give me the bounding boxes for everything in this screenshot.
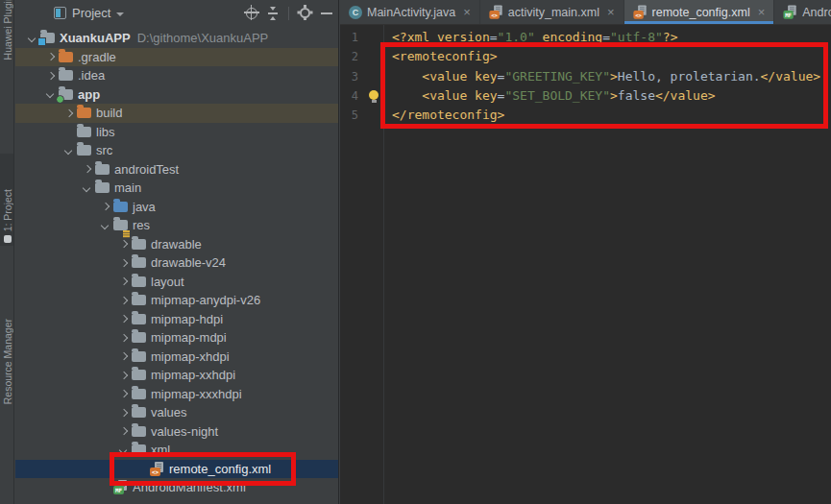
- tree-row-mipmap-xxhdpi[interactable]: mipmap-xxhdpi: [15, 366, 338, 385]
- tree-row-values-night[interactable]: values-night: [15, 422, 338, 442]
- folder-icon: [95, 182, 110, 193]
- tree-row-layout[interactable]: layout: [15, 273, 338, 292]
- chevron-down-icon[interactable]: [98, 218, 113, 233]
- chevron-right-icon[interactable]: [116, 311, 132, 326]
- line-number: 4: [340, 86, 383, 106]
- collapse-all-icon[interactable]: [266, 7, 280, 20]
- tree-row-mipmap-xxxhdpi[interactable]: mipmap-xxxhdpi: [15, 385, 338, 404]
- chevron-right-icon[interactable]: [116, 386, 132, 401]
- close-icon[interactable]: ×: [607, 6, 615, 18]
- code-token: "SET_BOLD_KEY": [504, 88, 610, 103]
- tree-item-label: res: [133, 218, 150, 232]
- tree-row-main[interactable]: main: [15, 179, 338, 198]
- tree-item-label: XuankuAPP: [60, 31, 131, 45]
- tree-item-label: build: [96, 106, 122, 120]
- chevron-right-icon[interactable]: [116, 274, 132, 289]
- folder-icon: [77, 127, 91, 137]
- gear-icon[interactable]: [300, 8, 310, 18]
- chevron-right-icon[interactable]: [43, 68, 59, 84]
- hide-icon[interactable]: [321, 12, 332, 14]
- tree-row-idea[interactable]: .idea: [15, 66, 338, 85]
- chevron-right-icon[interactable]: [116, 236, 132, 252]
- tree-row-mipmap-xhdpi[interactable]: mipmap-xhdpi: [15, 348, 338, 367]
- res-folder-icon: [113, 220, 128, 230]
- tree-item-label: libs: [96, 125, 115, 139]
- tab-remote-config-xml[interactable]: <>remote_config.xml×: [624, 0, 775, 24]
- code-token: "utf-8": [610, 30, 663, 44]
- tree-row-build[interactable]: build: [15, 104, 338, 123]
- folder-icon: [132, 351, 146, 362]
- chevron-right-icon[interactable]: [116, 348, 132, 364]
- locate-icon[interactable]: [246, 8, 257, 19]
- chevron-right-icon[interactable]: [116, 255, 132, 271]
- chevron-right-icon[interactable]: [116, 423, 132, 439]
- code-token: <value: [422, 69, 475, 84]
- file-badge: <>: [489, 11, 499, 19]
- close-icon[interactable]: ×: [758, 6, 766, 18]
- close-icon[interactable]: ×: [463, 6, 471, 18]
- tree-row-mipmap-hdpi[interactable]: mipmap-hdpi: [15, 310, 338, 329]
- project-panel-toolbar: [246, 7, 332, 20]
- chevron-right-icon[interactable]: [80, 161, 95, 177]
- manifest-file-icon: MF: [113, 480, 128, 494]
- tree-row-androidtest[interactable]: androidTest: [15, 160, 338, 180]
- chevron-right-icon[interactable]: [61, 106, 77, 121]
- chevron-down-icon[interactable]: [80, 180, 95, 196]
- tree-item-label: mipmap-hdpi: [151, 312, 223, 326]
- tool-window-button-resource-manager[interactable]: Resource Manager: [0, 272, 14, 404]
- tree-row-drawable[interactable]: drawable: [15, 235, 338, 254]
- tree-row-xuankuapp[interactable]: XuankuAPPD:\githome\XuankuAPP: [15, 29, 338, 48]
- tree-row-drawable-v24[interactable]: drawable-v24: [15, 253, 338, 273]
- code-token: </value>: [761, 69, 821, 84]
- chevron-right-icon[interactable]: [116, 368, 132, 383]
- chevron-down-icon[interactable]: [61, 143, 77, 158]
- line-number: 3: [340, 67, 383, 86]
- code-token: version: [437, 30, 490, 44]
- tab-android[interactable]: MFAndroid: [774, 0, 831, 24]
- chevron-down-icon[interactable]: [116, 12, 124, 16]
- code-token: <?xml: [392, 30, 437, 44]
- tab-label: remote_config.xml: [652, 6, 750, 19]
- intention-bulb-icon[interactable]: [369, 90, 379, 100]
- tree-item-label: mipmap-xxxhdpi: [151, 387, 242, 401]
- chevron-right-icon[interactable]: [116, 293, 132, 308]
- tree-row-androidmanifest-xml[interactable]: MFAndroidManifest.xml: [15, 478, 338, 497]
- code-line: <value key="GREETING_KEY">Hello, proleta…: [392, 67, 820, 86]
- tree-row-remote-config-xml[interactable]: <>remote_config.xml: [15, 460, 338, 479]
- chevron-down-icon[interactable]: [116, 443, 132, 458]
- code-token: "GREETING_KEY": [504, 69, 610, 84]
- chevron-right-icon[interactable]: [116, 405, 132, 420]
- java-folder-icon: [113, 202, 128, 212]
- project-tool-window-icon: [54, 7, 66, 19]
- tree-row-mipmap-mdpi[interactable]: mipmap-mdpi: [15, 328, 338, 348]
- tree-row-src[interactable]: src: [15, 141, 338, 160]
- tree-row-values[interactable]: values: [15, 403, 338, 422]
- code-token: <remoteconfig>: [392, 49, 498, 63]
- tool-window-button-1-project[interactable]: 1: Project: [0, 154, 14, 246]
- tab-activity-main-xml[interactable]: <>activity_main.xml×: [480, 0, 624, 24]
- chevron-right-icon[interactable]: [116, 330, 132, 346]
- tree-row-xml[interactable]: xml: [15, 441, 338, 460]
- editor-content[interactable]: <?xml version="1.0" encoding="utf-8"?><r…: [384, 25, 820, 504]
- tree-item-label: AndroidManifest.xml: [133, 480, 246, 494]
- code-token: </value>: [655, 88, 716, 103]
- tree-row-partial[interactable]: [15, 497, 338, 504]
- tree-row-app[interactable]: app: [15, 85, 338, 105]
- tool-window-button-huawei-plugins[interactable]: Huawei Plugins: [0, 0, 14, 60]
- tab-mainactivity-java[interactable]: CMainActivity.java×: [340, 0, 480, 24]
- tree-row-mipmap-anydpi-v26[interactable]: mipmap-anydpi-v26: [15, 291, 338, 310]
- tree-item-label: .gradle: [78, 50, 116, 64]
- tree-row-libs[interactable]: libs: [15, 123, 338, 142]
- manifest-icon: MF: [784, 5, 797, 18]
- tree-row-java[interactable]: java: [15, 198, 338, 217]
- tree-row-res[interactable]: res: [15, 216, 338, 235]
- tree-item-label: drawable: [151, 237, 202, 252]
- project-view-selector[interactable]: Project: [72, 6, 110, 20]
- folder-icon: [132, 389, 146, 399]
- tab-label: MainActivity.java: [367, 6, 455, 19]
- chevron-right-icon[interactable]: [98, 199, 113, 214]
- line-number: 5: [340, 106, 383, 125]
- chevron-right-icon[interactable]: [43, 49, 59, 64]
- tree-row-gradle[interactable]: .gradle: [15, 48, 338, 67]
- tab-label: Android: [802, 6, 831, 19]
